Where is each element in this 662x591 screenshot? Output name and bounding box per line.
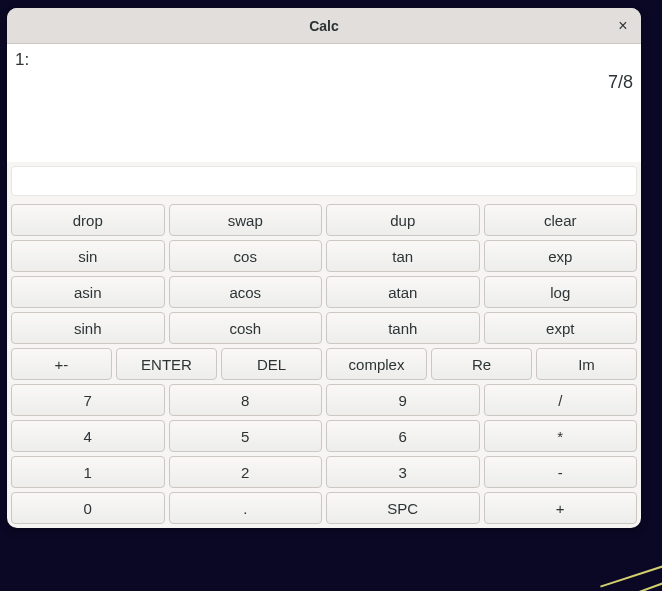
digit-1-button[interactable]: 1 <box>11 456 165 488</box>
enter-button[interactable]: ENTER <box>116 348 217 380</box>
row-stack-ops: drop swap dup clear <box>11 204 637 236</box>
digit-9-button[interactable]: 9 <box>326 384 480 416</box>
tanh-button[interactable]: tanh <box>326 312 480 344</box>
stack-index: 1: <box>15 50 29 70</box>
row-control: +- ENTER DEL complex Re Im <box>11 348 637 380</box>
stack-display: 1: 7/8 <box>7 44 641 162</box>
sin-button[interactable]: sin <box>11 240 165 272</box>
digit-8-button[interactable]: 8 <box>169 384 323 416</box>
stack-value: 7/8 <box>608 72 633 93</box>
divide-button[interactable]: / <box>484 384 638 416</box>
window-title: Calc <box>309 18 339 34</box>
decimal-button[interactable]: . <box>169 492 323 524</box>
row-inverse-trig: asin acos atan log <box>11 276 637 308</box>
background-decoration <box>572 541 662 591</box>
atan-button[interactable]: atan <box>326 276 480 308</box>
acos-button[interactable]: acos <box>169 276 323 308</box>
close-icon: × <box>618 18 627 34</box>
row-hyperbolic: sinh cosh tanh expt <box>11 312 637 344</box>
cos-button[interactable]: cos <box>169 240 323 272</box>
calculator-window: Calc × 1: 7/8 drop swap dup clear sin co… <box>7 8 641 528</box>
row-digits-1: 1 2 3 - <box>11 456 637 488</box>
im-button[interactable]: Im <box>536 348 637 380</box>
close-button[interactable]: × <box>613 16 633 36</box>
row-trig: sin cos tan exp <box>11 240 637 272</box>
keypad: drop swap dup clear sin cos tan exp asin… <box>7 200 641 528</box>
digit-3-button[interactable]: 3 <box>326 456 480 488</box>
re-button[interactable]: Re <box>431 348 532 380</box>
space-button[interactable]: SPC <box>326 492 480 524</box>
row-digits-0: 0 . SPC + <box>11 492 637 524</box>
log-button[interactable]: log <box>484 276 638 308</box>
minus-button[interactable]: - <box>484 456 638 488</box>
drop-button[interactable]: drop <box>11 204 165 236</box>
swap-button[interactable]: swap <box>169 204 323 236</box>
sinh-button[interactable]: sinh <box>11 312 165 344</box>
digit-6-button[interactable]: 6 <box>326 420 480 452</box>
clear-button[interactable]: clear <box>484 204 638 236</box>
del-button[interactable]: DEL <box>221 348 322 380</box>
plus-button[interactable]: + <box>484 492 638 524</box>
row-digits-4: 4 5 6 * <box>11 420 637 452</box>
exp-button[interactable]: exp <box>484 240 638 272</box>
digit-5-button[interactable]: 5 <box>169 420 323 452</box>
digit-4-button[interactable]: 4 <box>11 420 165 452</box>
row-digits-7: 7 8 9 / <box>11 384 637 416</box>
asin-button[interactable]: asin <box>11 276 165 308</box>
dup-button[interactable]: dup <box>326 204 480 236</box>
digit-0-button[interactable]: 0 <box>11 492 165 524</box>
input-field[interactable] <box>11 166 637 196</box>
cosh-button[interactable]: cosh <box>169 312 323 344</box>
digit-7-button[interactable]: 7 <box>11 384 165 416</box>
digit-2-button[interactable]: 2 <box>169 456 323 488</box>
complex-button[interactable]: complex <box>326 348 427 380</box>
multiply-button[interactable]: * <box>484 420 638 452</box>
titlebar: Calc × <box>7 8 641 44</box>
negate-button[interactable]: +- <box>11 348 112 380</box>
expt-button[interactable]: expt <box>484 312 638 344</box>
tan-button[interactable]: tan <box>326 240 480 272</box>
